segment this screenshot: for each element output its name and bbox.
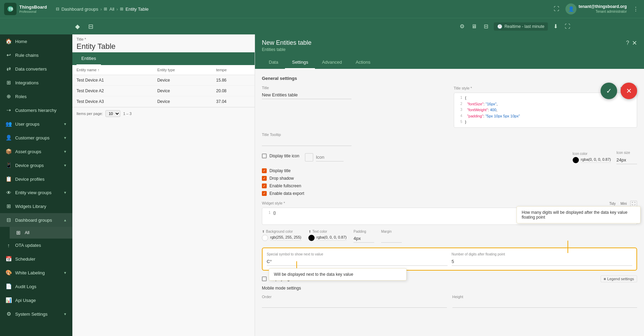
text-color-swatch[interactable] — [308, 235, 315, 241]
special-symbol-input[interactable] — [267, 258, 448, 266]
display-title-checkbox[interactable] — [262, 168, 267, 173]
sidebar-item-device-groups[interactable]: 📱 Device groups ▼ — [0, 158, 72, 172]
enable-fullscreen-row: Enable fullscreen — [262, 183, 637, 188]
sidebar-item-entity-view-groups[interactable]: 👁 Entity view groups ▼ — [0, 186, 72, 199]
icon-color-value: rgba(0, 0, 0, 0.87) — [581, 157, 611, 163]
breadcrumb-sep2: › — [116, 7, 118, 12]
drop-shadow-checkbox[interactable] — [262, 176, 267, 181]
fullscreen-icon[interactable]: ⛶ — [552, 4, 561, 13]
col-temperature[interactable]: tempe — [212, 65, 255, 75]
content-area: Title * Entity Table Entities Entity nam… — [72, 34, 644, 336]
cancel-button[interactable]: ✕ — [621, 83, 637, 99]
sidebar-item-rule-chains[interactable]: ↩ Rule chains — [0, 48, 72, 62]
device-groups-icon: 📱 — [6, 162, 12, 168]
number-digits-input[interactable] — [452, 258, 633, 266]
sidebar-item-user-groups[interactable]: 👥 User groups ▼ — [0, 117, 72, 131]
text-color-value: rgba(0, 0, 0, 0.87) — [317, 235, 347, 241]
sidebar-item-integrations[interactable]: ⊞ Integrations — [0, 76, 72, 90]
widgets-library-icon: ⊞ — [6, 203, 12, 209]
widget-main-title: Entity Table — [76, 42, 251, 51]
sidebar-item-asset-groups[interactable]: 📦 Asset groups ▼ — [0, 145, 72, 158]
display-title-icon-checkbox[interactable] — [262, 154, 267, 158]
title-tooltip-row: Title Tooltip — [262, 133, 637, 146]
title-input[interactable] — [262, 91, 351, 99]
sidebar-item-customer-groups[interactable]: 👤 Customer groups ▼ — [0, 131, 72, 145]
title-tooltip-label: Title Tooltip — [262, 133, 637, 137]
sidebar-item-all[interactable]: ⊞ All — [10, 227, 72, 239]
sidebar-item-api-usage[interactable]: 📊 Api Usage — [0, 293, 72, 307]
download-icon[interactable]: ⬇ — [552, 22, 559, 31]
breadcrumb-item2[interactable]: All — [109, 7, 114, 12]
items-per-page-select[interactable]: 10 25 50 — [105, 110, 120, 117]
highlighted-fields: Special symbol to show next to value Num… — [262, 248, 637, 271]
confirm-button[interactable]: ✓ — [601, 83, 617, 99]
sidebar-item-roles[interactable]: ⊕ Roles — [0, 90, 72, 103]
widget-expand-button[interactable]: ⛶ — [630, 201, 637, 207]
widget-mini-button[interactable]: Mini — [619, 201, 628, 207]
title-tooltip-input[interactable] — [262, 138, 351, 146]
table-row: Test Device A3 Device 37.04 — [72, 96, 255, 107]
icon-size-section: Icon size — [616, 151, 637, 164]
sidebar-item-white-labeling[interactable]: 🎨 White Labeling ▼ — [0, 266, 72, 280]
tab-actions[interactable]: Actions — [349, 56, 377, 69]
sidebar-item-device-profiles[interactable]: 📋 Device profiles — [0, 172, 72, 186]
close-button[interactable]: ✕ — [632, 39, 637, 47]
tab-settings[interactable]: Settings — [285, 56, 315, 69]
cell-temperature: 37.04 — [212, 96, 255, 107]
sidebar-item-widgets-library[interactable]: ⊞ Widgets Library — [0, 199, 72, 213]
svg-text:TB: TB — [9, 7, 13, 11]
tooltip-symbol-text: Will be displayed next to the data key v… — [274, 272, 353, 277]
widget-tidy-button[interactable]: Tidy — [608, 201, 617, 207]
sidebar-item-dashboard-groups[interactable]: ⊟ Dashboard groups ▲ — [0, 213, 72, 227]
display-icon[interactable]: 🖥 — [470, 22, 478, 31]
realtime-button[interactable]: 🕐 Realtime - last minute — [494, 22, 548, 31]
col-entity-name[interactable]: Entity name ↑ — [72, 65, 153, 75]
display-legend-checkbox[interactable] — [262, 276, 267, 281]
background-color-label: Background color — [266, 230, 293, 233]
padding-input[interactable] — [354, 234, 374, 243]
icon-color-swatch[interactable] — [573, 157, 579, 163]
sidebar-item-ota-updates[interactable]: ↑ OTA updates — [0, 239, 72, 252]
sidebar-item-data-converters[interactable]: ⇄ Data converters — [0, 62, 72, 76]
height-label: Height — [452, 295, 637, 299]
sidebar-label-user-groups: User groups — [15, 122, 60, 127]
more-options-icon[interactable]: ⋮ — [632, 4, 640, 14]
tab-data[interactable]: Data — [262, 56, 285, 69]
tooltip-symbol: Will be displayed next to the data key v… — [269, 268, 407, 281]
table-icon[interactable]: ⊟ — [85, 21, 96, 32]
cell-temperature: 15.86 — [212, 75, 255, 86]
scheduler-icon: 📅 — [6, 256, 12, 262]
display-title-icon-row: Display title icon — [262, 154, 299, 158]
diamond-icon[interactable]: ◆ — [72, 21, 83, 32]
sidebar-label-data-converters: Data converters — [15, 66, 67, 72]
settings-icon[interactable]: ⚙ — [458, 22, 466, 31]
tooltip-digits: How many digits will be displayed after … — [517, 206, 641, 223]
sidebar-item-audit-logs[interactable]: 📄 Audit Logs — [0, 280, 72, 293]
col-entity-type[interactable]: Entity type — [153, 65, 212, 75]
enable-data-export-checkbox[interactable] — [262, 191, 267, 196]
cell-device-name: Test Device A3 — [72, 96, 153, 107]
avatar[interactable]: 👤 — [565, 3, 576, 14]
filter-icon[interactable]: ⊟ — [482, 22, 490, 31]
breadcrumb-item1[interactable]: Dashboard groups — [61, 7, 98, 12]
margin-input[interactable] — [381, 234, 402, 243]
background-color-swatch[interactable] — [262, 235, 268, 241]
help-button[interactable]: ? — [626, 40, 629, 46]
sidebar-item-customers-hierarchy[interactable]: ⇢ Customers hierarchy — [0, 103, 72, 117]
expand-icon[interactable]: ⛶ — [563, 22, 572, 31]
legend-settings-button[interactable]: ≡ Legend settings — [601, 275, 637, 282]
icon-input[interactable] — [316, 153, 344, 161]
text-upload-icon: ⬆ — [308, 230, 311, 233]
enable-fullscreen-checkbox[interactable] — [262, 183, 267, 188]
widget-tab-entities[interactable]: Entities — [76, 52, 101, 65]
sidebar-item-system-settings[interactable]: ⚙ System Settings ▼ — [0, 307, 72, 321]
order-input[interactable] — [262, 300, 447, 308]
sidebar-item-home[interactable]: 🏠 Home — [0, 34, 72, 48]
highlighted-section: Special symbol to show next to value Num… — [262, 248, 637, 271]
icon-size-label: Icon size — [616, 151, 637, 155]
tab-advanced[interactable]: Advanced — [315, 56, 349, 69]
icon-size-input[interactable] — [616, 156, 637, 164]
settings-header-actions: ? ✕ — [626, 39, 637, 47]
sidebar-item-scheduler[interactable]: 📅 Scheduler — [0, 252, 72, 266]
height-input[interactable] — [452, 300, 637, 308]
